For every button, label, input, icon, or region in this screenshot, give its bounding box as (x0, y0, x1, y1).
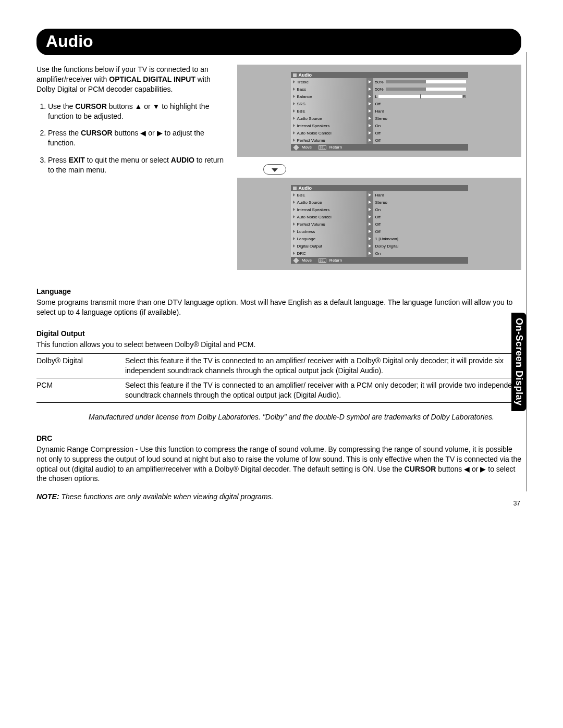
page-title: Audio (36, 29, 521, 55)
osd-screenshots: Audio Treble50% Bass50% BalanceLR SRSOff… (237, 65, 521, 277)
table-row: Dolby® Digital Select this feature if th… (36, 354, 521, 378)
osd2-header: Audio (291, 185, 468, 191)
table-row: PCM Select this feature if the TV is con… (36, 378, 521, 403)
step-1: Use the CURSOR buttons ▲ or ▼ to highlig… (48, 102, 229, 121)
osd1-header: Audio (291, 72, 468, 78)
dolby-license: Manufactured under license from Dolby La… (36, 412, 521, 422)
step-2: Press the CURSOR buttons ◀ or ▶ to adjus… (48, 128, 229, 148)
osd-panel-1: Audio Treble50% Bass50% BalanceLR SRSOff… (237, 65, 521, 157)
note: NOTE: These functions are only available… (36, 492, 521, 502)
text-drc: Dynamic Range Compression - Use this fun… (36, 445, 521, 484)
steps-list: Use the CURSOR buttons ▲ or ▼ to highlig… (36, 102, 229, 175)
intro-text: Use the functions below if your TV is co… (36, 65, 229, 94)
section-tab: On-Screen Display (511, 313, 527, 411)
heading-digital-output: Digital Output (36, 329, 521, 339)
heading-drc: DRC (36, 434, 521, 443)
body-sections: Language Some programs transmit more tha… (36, 287, 521, 502)
osd-panel-2: Audio BBEHard Audio SourceStereo Interna… (237, 178, 521, 270)
step-3: Press EXIT to quit the menu or select AU… (48, 155, 229, 175)
text-digital-output: This function allows you to select betwe… (36, 340, 521, 350)
osd1-footer: Move SELReturn (291, 144, 468, 151)
page-number: 37 (513, 500, 520, 507)
scroll-down-icon (263, 164, 286, 175)
digital-output-table: Dolby® Digital Select this feature if th… (36, 353, 521, 403)
instructions-column: Use the functions below if your TV is co… (36, 65, 229, 182)
osd2-footer: Move SELReturn (291, 257, 468, 264)
heading-language: Language (36, 287, 521, 297)
vertical-divider (526, 52, 527, 491)
text-language: Some programs transmit more than one DTV… (36, 298, 521, 317)
